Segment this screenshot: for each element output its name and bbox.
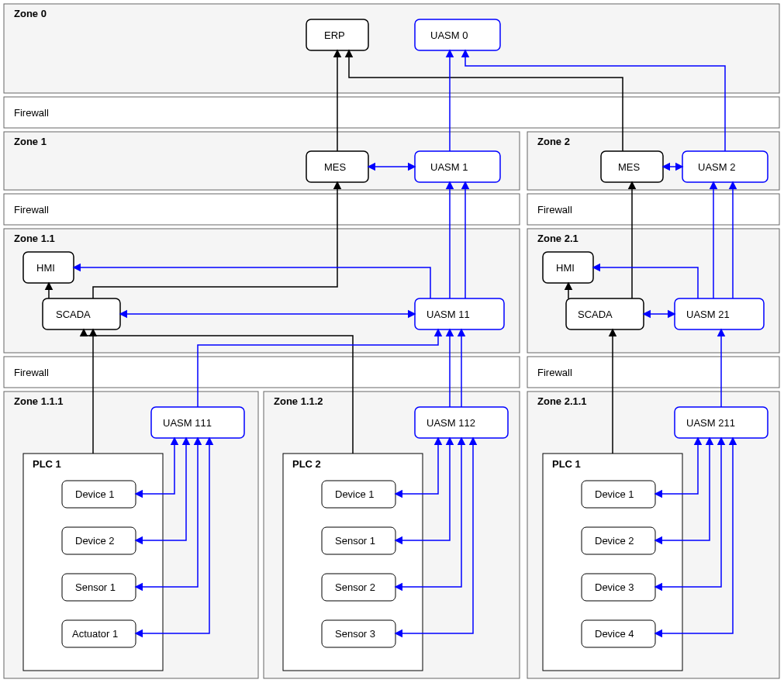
firewall-label: Firewall: [14, 204, 49, 216]
node-label: HMI: [556, 262, 575, 274]
device-label: Device 3: [595, 581, 634, 593]
node-label: UASM 21: [686, 309, 730, 320]
node-label: UASM 112: [427, 417, 475, 429]
node-label: UASM 111: [163, 417, 212, 429]
zone-1-1: [4, 229, 520, 353]
device-label: Device 2: [75, 535, 115, 547]
firewall-label: Firewall: [537, 204, 572, 216]
node-label: ERP: [324, 29, 345, 41]
device-label: Device 2: [595, 535, 634, 547]
node-label: UASM 0: [430, 29, 468, 41]
device-label: Sensor 1: [75, 581, 116, 593]
plc-label: PLC 1: [33, 458, 61, 470]
device-label: Actuator 1: [72, 628, 118, 640]
device-label: Sensor 1: [335, 535, 375, 547]
zone-label: Zone 1.1.1: [14, 395, 64, 407]
device-label: Device 1: [75, 488, 115, 500]
device-label: Device 4: [595, 628, 634, 640]
node-label: SCADA: [56, 309, 91, 320]
node-label: MES: [618, 161, 641, 173]
firewall-3: [4, 357, 520, 388]
zone-0: [4, 4, 779, 93]
firewall-0: [4, 97, 779, 128]
device-label: Device 1: [595, 488, 634, 500]
zone-label: Zone 2.1: [537, 233, 579, 244]
firewall-1: [4, 194, 520, 225]
node-label: UASM 1: [430, 161, 468, 173]
node-label: SCADA: [578, 309, 613, 320]
zone-label: Zone 2.1.1: [537, 395, 587, 407]
architecture-diagram: Zone 0 Zone 1 Zone 2 Zone 1.1 Zone 2.1 Z…: [0, 0, 784, 683]
plc-label: PLC 1: [552, 458, 581, 470]
zone-label: Zone 0: [14, 8, 47, 19]
node-label: UASM 2: [698, 161, 735, 173]
zone-label: Zone 1.1: [14, 233, 55, 244]
node-label: HMI: [36, 262, 55, 274]
plc-label: PLC 2: [292, 458, 321, 470]
zone-label: Zone 1: [14, 136, 47, 147]
device-label: Device 1: [335, 488, 375, 500]
device-label: Sensor 2: [335, 581, 375, 593]
zone-2-1: [527, 229, 779, 353]
node-label: UASM 211: [686, 417, 735, 429]
firewall-label: Firewall: [14, 367, 49, 378]
zone-label: Zone 1.1.2: [274, 395, 323, 407]
firewall-label: Firewall: [537, 367, 572, 378]
zone-label: Zone 2: [537, 136, 570, 147]
firewall-label: Firewall: [14, 107, 49, 119]
device-label: Sensor 3: [335, 628, 375, 640]
node-label: MES: [324, 161, 347, 173]
node-label: UASM 11: [427, 309, 470, 320]
